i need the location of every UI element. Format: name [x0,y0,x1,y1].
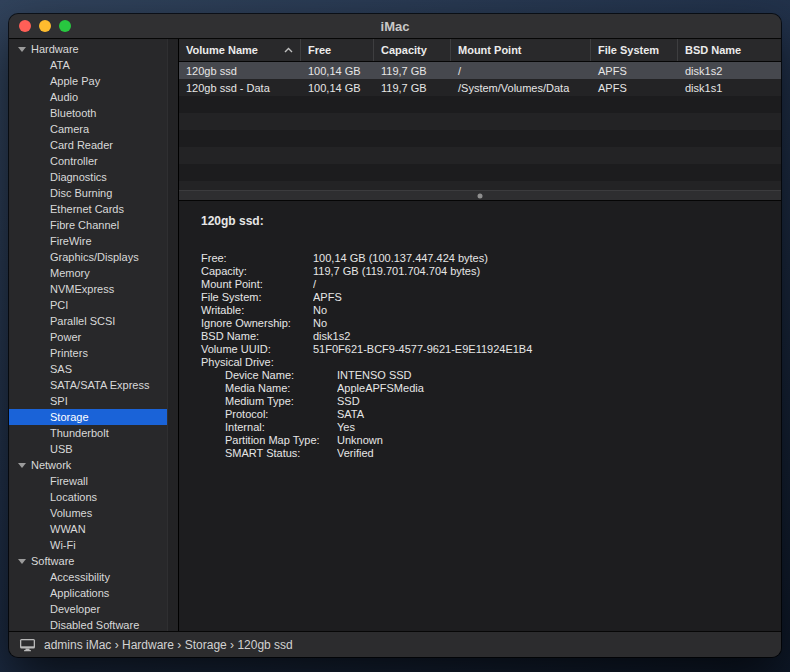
sidebar-item-developer[interactable]: Developer [9,601,167,617]
detail-field: Protocol: SATA [201,408,767,421]
sidebar-item-applications[interactable]: Applications [9,585,167,601]
sidebar-item-wwan[interactable]: WWAN [9,521,167,537]
sidebar-item-locations[interactable]: Locations [9,489,167,505]
sidebar-item-controller[interactable]: Controller [9,153,167,169]
column-label: Volume Name [186,44,258,56]
sidebar-item-memory[interactable]: Memory [9,265,167,281]
column-label: Free [308,44,331,56]
sidebar-item-disabled-software[interactable]: Disabled Software [9,617,167,631]
sidebar-item-diagnostics[interactable]: Diagnostics [9,169,167,185]
table-cell: APFS [591,82,678,94]
sidebar-item-sata-sata-express[interactable]: SATA/SATA Express [9,377,167,393]
detail-label: Free: [201,252,313,265]
main-panel: Volume Name Free Capacity Mount Point Fi… [179,39,781,631]
sidebar-scrollbar[interactable] [167,39,178,631]
sidebar-item-parallel-scsi[interactable]: Parallel SCSI [9,313,167,329]
zoom-button-icon[interactable] [59,20,71,32]
column-header-mount-point[interactable]: Mount Point [451,39,591,61]
column-header-volume-name[interactable]: Volume Name [179,39,301,61]
status-bar: admins iMac › Hardware › Storage › 120gb… [9,631,781,657]
sidebar-item-pci[interactable]: PCI [9,297,167,313]
disclosure-triangle-icon[interactable] [18,463,26,468]
table-row[interactable]: 120gb ssd100,14 GB119,7 GB/APFSdisk1s2 [179,62,781,79]
column-header-free[interactable]: Free [301,39,374,61]
detail-label: File System: [201,291,313,304]
sidebar-item-camera[interactable]: Camera [9,121,167,137]
detail-value: / [313,278,767,291]
sidebar-item-storage[interactable]: Storage [9,409,167,425]
pane-splitter[interactable] [179,190,781,201]
sidebar-section-header-hardware[interactable]: Hardware [9,41,167,57]
sidebar-item-thunderbolt[interactable]: Thunderbolt [9,425,167,441]
sidebar-item-bluetooth[interactable]: Bluetooth [9,105,167,121]
detail-field: Mount Point: / [201,278,767,291]
column-label: Capacity [381,44,427,56]
sidebar-item-graphics-displays[interactable]: Graphics/Displays [9,249,167,265]
sidebar-item-firewire[interactable]: FireWire [9,233,167,249]
sidebar-item-wi-fi[interactable]: Wi-Fi [9,537,167,553]
sidebar-item-printers[interactable]: Printers [9,345,167,361]
table-cell: /System/Volumes/Data [451,82,591,94]
sidebar-section-items: ATAApple PayAudioBluetoothCameraCard Rea… [9,57,167,457]
detail-field: Volume UUID: 51F0F621-BCF9-4577-9621-E9E… [201,343,767,356]
column-label: File System [598,44,659,56]
sidebar-item-card-reader[interactable]: Card Reader [9,137,167,153]
sidebar-list: Hardware ATAApple PayAudioBluetoothCamer… [9,39,167,631]
detail-value: SATA [337,408,767,421]
title-bar[interactable]: iMac [9,14,781,39]
detail-label: Protocol: [225,408,337,421]
sidebar-item-disc-burning[interactable]: Disc Burning [9,185,167,201]
detail-field: Medium Type: SSD [201,395,767,408]
sidebar-item-nvmexpress[interactable]: NVMExpress [9,281,167,297]
sidebar-item-ethernet-cards[interactable]: Ethernet Cards [9,201,167,217]
sidebar-item-audio[interactable]: Audio [9,89,167,105]
column-header-bsd-name[interactable]: BSD Name [678,39,781,61]
traffic-lights [19,14,71,38]
detail-field: Ignore Ownership: No [201,317,767,330]
sidebar-section-header-software[interactable]: Software [9,553,167,569]
volumes-table-body: 120gb ssd100,14 GB119,7 GB/APFSdisk1s212… [179,62,781,190]
sidebar-section-label: Software [31,555,74,567]
detail-field: Free: 100,14 GB (100.137.447.424 bytes) [201,252,767,265]
sidebar-section-label: Hardware [31,43,79,55]
table-cell: / [451,65,591,77]
details-title: 120gb ssd: [201,214,767,228]
detail-label: Medium Type: [225,395,337,408]
sidebar-item-volumes[interactable]: Volumes [9,505,167,521]
disclosure-triangle-icon[interactable] [18,559,26,564]
table-row[interactable]: 120gb ssd - Data100,14 GB119,7 GB/System… [179,79,781,96]
table-cell: 119,7 GB [374,82,451,94]
sidebar-item-power[interactable]: Power [9,329,167,345]
details-pane: 120gb ssd: Free: 100,14 GB (100.137.447.… [179,201,781,631]
sidebar-item-fibre-channel[interactable]: Fibre Channel [9,217,167,233]
details-fields: Free: 100,14 GB (100.137.447.424 bytes) … [201,252,767,460]
table-cell: 100,14 GB [301,82,374,94]
close-button-icon[interactable] [19,20,31,32]
computer-icon [19,638,36,652]
splitter-handle-icon[interactable] [478,193,483,198]
sidebar-item-sas[interactable]: SAS [9,361,167,377]
minimize-button-icon[interactable] [39,20,51,32]
detail-label: Writable: [201,304,313,317]
column-header-file-system[interactable]: File System [591,39,678,61]
column-label: Mount Point [458,44,522,56]
table-cell: APFS [591,65,678,77]
table-cell: 119,7 GB [374,65,451,77]
window-body: Hardware ATAApple PayAudioBluetoothCamer… [9,39,781,631]
column-header-capacity[interactable]: Capacity [374,39,451,61]
detail-label: Volume UUID: [201,343,313,356]
sidebar: Hardware ATAApple PayAudioBluetoothCamer… [9,39,179,631]
sidebar-section-header-network[interactable]: Network [9,457,167,473]
sidebar-item-usb[interactable]: USB [9,441,167,457]
sidebar-item-accessibility[interactable]: Accessibility [9,569,167,585]
sidebar-item-spi[interactable]: SPI [9,393,167,409]
sidebar-item-ata[interactable]: ATA [9,57,167,73]
sidebar-item-firewall[interactable]: Firewall [9,473,167,489]
detail-value: disk1s2 [313,330,767,343]
sort-ascending-chevron-up-icon [284,47,293,53]
detail-field: Media Name: AppleAPFSMedia [201,382,767,395]
sidebar-item-apple-pay[interactable]: Apple Pay [9,73,167,89]
disclosure-triangle-icon[interactable] [18,47,26,52]
sidebar-section: Software AccessibilityApplicationsDevelo… [9,553,167,631]
detail-label: Partition Map Type: [225,434,337,447]
